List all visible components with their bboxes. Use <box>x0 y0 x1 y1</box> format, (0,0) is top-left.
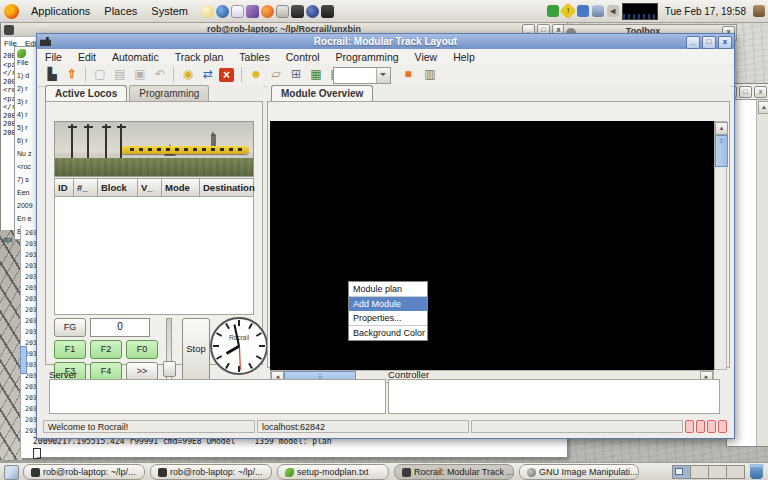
vertical-scrollbar[interactable]: ▴ ≡ <box>714 121 727 370</box>
messenger-tray-icon[interactable] <box>547 5 559 17</box>
rocrail-menu-item[interactable]: Programming <box>328 51 407 63</box>
f0-button[interactable]: F0 <box>126 340 158 359</box>
rightwin-maximize-button[interactable]: □ <box>739 86 752 98</box>
text-editor-line: 3) r <box>17 95 37 108</box>
rocrail-menu-item[interactable]: Tables <box>231 51 277 63</box>
col-id[interactable]: ID <box>54 178 74 197</box>
color-grid-icon[interactable]: ▦ <box>307 66 325 83</box>
rocrail-menu-item[interactable]: Track plan <box>167 51 232 63</box>
loco-table-header: ID #_ Block V_ Mode Destination <box>54 178 254 197</box>
vertical-scroll-thumb[interactable]: ≡ <box>715 135 728 167</box>
scroll-up-arrow-icon[interactable]: ▴ <box>758 101 768 114</box>
context-menu-add-module[interactable]: Add Module <box>349 297 427 311</box>
upload-icon[interactable]: ⇧ <box>63 66 81 83</box>
rocrail-menu-item[interactable]: Automatic <box>104 51 167 63</box>
loco-select-combobox[interactable] <box>333 67 391 84</box>
book-icon[interactable]: ▥ <box>421 66 439 83</box>
f1-button[interactable]: F1 <box>54 340 86 359</box>
workspace-4[interactable] <box>727 466 744 478</box>
module-plan-canvas[interactable] <box>270 121 714 370</box>
rocrail-close-button[interactable]: x <box>718 36 732 49</box>
workspace-1[interactable] <box>673 466 691 478</box>
eraser-icon[interactable]: ▱ <box>267 66 285 83</box>
loco-list[interactable] <box>54 197 254 315</box>
col-addr[interactable]: #_ <box>74 178 98 197</box>
rocrail-titlebar: Rocrail: Modular Track Layout _ □ x <box>37 34 734 49</box>
rocrail-minimize-button[interactable]: _ <box>686 36 700 49</box>
text-editor-line: Een <box>17 186 37 199</box>
menu-places[interactable]: Places <box>97 0 144 22</box>
tab-module-overview[interactable]: Module Overview <box>271 85 373 102</box>
context-menu-background-color[interactable]: Background Color <box>349 326 427 340</box>
firefox-icon[interactable] <box>261 5 274 18</box>
stop-button[interactable]: Stop <box>182 318 210 382</box>
text-editor-line: 6) r <box>17 134 37 147</box>
taskbar-terminal-1[interactable]: rob@rob-laptop: ~/lp/... <box>23 464 145 480</box>
status-empty <box>471 420 683 433</box>
chevron-down-icon[interactable] <box>376 68 390 83</box>
thunderbird-icon[interactable] <box>216 5 229 18</box>
launcher-icon[interactable] <box>246 5 259 18</box>
context-menu-properties[interactable]: Properties... <box>349 311 427 325</box>
speed-field[interactable]: 0 <box>90 318 150 337</box>
launcher-icon[interactable] <box>201 5 214 18</box>
speed-slider-handle[interactable] <box>163 361 176 377</box>
scroll-up-arrow-icon[interactable]: ▴ <box>715 122 728 135</box>
background-scrollbar-thumb[interactable] <box>20 346 27 374</box>
server-log-box[interactable] <box>49 379 386 414</box>
system-monitor-applet[interactable] <box>622 3 658 20</box>
rocrail-menu-item[interactable]: Control <box>278 51 328 63</box>
tray-icon[interactable] <box>753 5 765 17</box>
show-desktop-button[interactable] <box>4 465 19 480</box>
lamp-icon[interactable]: ◉ <box>179 66 197 83</box>
col-destination[interactable]: Destination <box>200 178 254 197</box>
col-mode[interactable]: Mode <box>162 178 200 197</box>
rocrail-maximize-button[interactable]: □ <box>702 36 716 49</box>
menu-applications[interactable]: Applications <box>24 0 97 22</box>
col-v[interactable]: V_ <box>138 178 162 197</box>
bluetooth-tray-icon[interactable] <box>577 5 589 17</box>
speed-slider[interactable] <box>166 318 172 382</box>
distro-menu-icon[interactable] <box>4 4 19 19</box>
tab-active-locos[interactable]: Active Locos <box>45 85 127 102</box>
orange-block-icon[interactable]: ■ <box>399 66 417 83</box>
rocrail-menu-item[interactable]: Edit <box>70 51 104 63</box>
network-tray-icon[interactable] <box>592 5 604 17</box>
file-manager-icon[interactable] <box>276 5 289 18</box>
analog-clock: Rocrail <box>210 317 268 375</box>
trash-icon[interactable] <box>750 466 763 479</box>
terminal-launcher-icon[interactable] <box>291 5 304 18</box>
update-alert-icon[interactable]: ! <box>559 3 576 20</box>
panel-clock[interactable]: Tue Feb 17, 19:58 <box>661 6 750 17</box>
rocrail-launcher-icon[interactable] <box>321 5 334 18</box>
rightwin-scrollbar[interactable]: ▴ <box>756 100 768 446</box>
tab-programming[interactable]: Programming <box>129 85 209 102</box>
rocrail-title: Rocrail: Modular Track Layout <box>37 36 734 47</box>
rocrail-menu-item[interactable]: Help <box>445 51 483 63</box>
col-block[interactable]: Block <box>98 178 138 197</box>
launcher-icon[interactable] <box>306 5 319 18</box>
operator-icon[interactable]: ☻ <box>247 66 265 83</box>
document-launcher-icon[interactable] <box>231 5 244 18</box>
fn-grid-icon[interactable]: ⊞ <box>287 66 305 83</box>
fg-button[interactable]: FG <box>54 318 86 337</box>
taskbar-editor[interactable]: setup-modplan.txt <box>277 464 389 480</box>
workspace-2[interactable] <box>691 466 709 478</box>
rocrail-menu-item[interactable]: File <box>37 51 70 63</box>
gimp-wilber-icon <box>527 468 536 477</box>
rightwin-close-button[interactable]: x <box>754 86 767 98</box>
f2-button[interactable]: F2 <box>90 340 122 359</box>
text-editor-file-menu[interactable]: File <box>17 59 37 66</box>
taskbar-terminal-2[interactable]: rob@rob-laptop: ~/lp/... <box>150 464 272 480</box>
context-menu-module-plan[interactable]: Module plan <box>349 282 427 296</box>
taskbar-rocrail[interactable]: Rocrail: Modular Track ... <box>394 464 514 480</box>
workspace-3[interactable] <box>709 466 727 478</box>
swap-icon[interactable]: ⇄ <box>199 66 217 83</box>
volume-tray-icon[interactable]: ◄ <box>607 5 619 17</box>
controller-log-box[interactable] <box>388 379 720 414</box>
rocrail-menu-item[interactable]: View <box>407 51 446 63</box>
power-train-icon[interactable]: ▙ <box>43 66 61 83</box>
emergency-stop-icon[interactable]: × <box>219 68 234 82</box>
menu-system[interactable]: System <box>144 0 195 22</box>
taskbar-gimp[interactable]: GNU Image Manipulati... <box>519 464 639 480</box>
